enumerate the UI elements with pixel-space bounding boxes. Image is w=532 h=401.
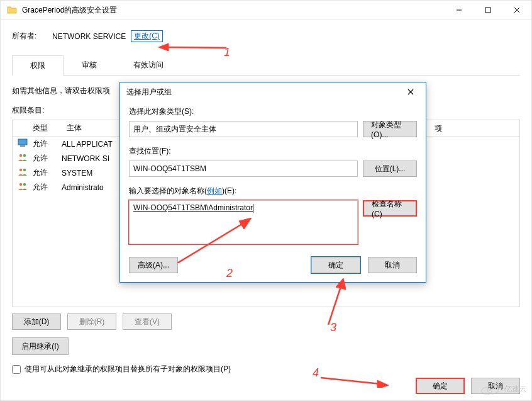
svg-point-8 <box>19 169 22 171</box>
examples-link[interactable]: 例如 <box>207 186 222 195</box>
tab-audit[interactable]: 审核 <box>64 55 115 75</box>
svg-line-16 <box>177 223 244 263</box>
dialog-titlebar: 选择用户或组 <box>120 82 426 101</box>
annotation-4: 4 <box>313 366 319 380</box>
titlebar: GracePeriod的高级安全设置 <box>1 1 531 20</box>
owner-label: 所有者: <box>12 31 52 42</box>
annotation-2: 2 <box>226 267 233 280</box>
svg-marker-15 <box>158 43 169 51</box>
svg-point-7 <box>23 154 26 157</box>
arrow-3 <box>307 278 350 325</box>
watermark-text: 亿速云 <box>504 384 527 395</box>
svg-rect-1 <box>485 8 490 13</box>
svg-point-10 <box>19 183 22 186</box>
dialog-ok-button[interactable]: 确定 <box>311 257 360 273</box>
extra-column-label: 项 <box>435 123 442 134</box>
replace-checkbox-label: 使用可从此对象继承的权限项目替换所有子对象的权限项目(P) <box>25 364 231 375</box>
perm-allow: 允许 <box>33 153 62 164</box>
arrow-1 <box>158 40 226 57</box>
arrow-2 <box>177 218 252 263</box>
perm-allow: 允许 <box>33 182 62 193</box>
people-icon <box>18 167 29 178</box>
svg-point-11 <box>23 183 26 186</box>
tab-strip: 权限 审核 有效访问 <box>12 55 520 76</box>
locations-button[interactable]: 位置(L)... <box>363 161 417 177</box>
maximize-button[interactable] <box>474 1 502 20</box>
window-controls <box>445 1 531 20</box>
dialog-cancel-button[interactable]: 取消 <box>368 257 417 273</box>
people-icon <box>18 182 29 193</box>
check-names-button[interactable]: 检查名称(C) <box>363 200 417 217</box>
close-button[interactable] <box>502 1 531 20</box>
computer-icon <box>18 138 29 149</box>
add-button[interactable]: 添加(D) <box>12 313 61 330</box>
owner-value: NETWORK SERVICE <box>52 32 126 41</box>
replace-checkbox-row: 使用可从此对象继承的权限项目替换所有子对象的权限项目(P) <box>12 364 520 375</box>
annotation-3: 3 <box>330 321 336 334</box>
cloud-icon <box>479 382 501 396</box>
arrow-4 <box>321 373 389 388</box>
dialog-close-button[interactable] <box>399 84 422 99</box>
location-label: 查找位置(F): <box>129 146 417 157</box>
location-field[interactable]: WIN-OOQ54T1TSBM <box>129 161 358 177</box>
svg-line-18 <box>328 285 341 325</box>
perm-allow: 允许 <box>33 167 62 178</box>
dialog-footer: 高级(A)... 确定 取消 <box>129 257 417 273</box>
dialog-body: 选择此对象类型(S): 用户、组或内置安全主体 对象类型(O)... 查找位置(… <box>120 101 426 282</box>
select-user-dialog: 选择用户或组 选择此对象类型(S): 用户、组或内置安全主体 对象类型(O)..… <box>119 82 426 283</box>
enable-inherit-button[interactable]: 启用继承(I) <box>12 337 69 355</box>
text-cursor <box>253 204 253 213</box>
dialog-title: 选择用户或组 <box>126 87 399 98</box>
col-type: 类型 <box>33 123 67 133</box>
object-types-button[interactable]: 对象类型(O)... <box>363 121 417 137</box>
owner-row: 所有者: NETWORK SERVICE 更改(C) <box>12 30 520 42</box>
svg-line-20 <box>321 378 381 384</box>
perm-allow: 允许 <box>33 138 62 149</box>
object-type-field[interactable]: 用户、组或内置安全主体 <box>129 121 358 137</box>
tab-permissions[interactable]: 权限 <box>12 55 64 76</box>
minimize-button[interactable] <box>445 1 474 20</box>
tab-effective[interactable]: 有效访问 <box>115 55 182 75</box>
svg-rect-4 <box>18 139 27 145</box>
svg-marker-21 <box>377 380 389 388</box>
object-names-label: 输入要选择的对象名称(例如)(E): <box>129 186 417 196</box>
action-buttons: 添加(D) 删除(R) 查看(V) <box>12 313 520 330</box>
object-type-label: 选择此对象类型(S): <box>129 106 417 117</box>
svg-point-9 <box>23 169 26 171</box>
svg-marker-19 <box>336 278 346 290</box>
svg-marker-17 <box>239 218 252 229</box>
folder-icon <box>7 5 17 15</box>
advanced-button[interactable]: 高级(A)... <box>129 257 178 273</box>
view-button: 查看(V) <box>123 313 172 330</box>
people-icon <box>18 153 29 164</box>
svg-line-14 <box>167 47 226 48</box>
main-ok-button[interactable]: 确定 <box>416 378 465 394</box>
watermark: 亿速云 <box>479 382 527 396</box>
svg-point-24 <box>494 387 496 390</box>
object-name-text: WIN-OOQ54T1TSBM\Administrator <box>133 203 253 212</box>
window-title: GracePeriod的高级安全设置 <box>22 5 445 16</box>
annotation-1: 1 <box>224 46 230 59</box>
replace-checkbox[interactable] <box>12 365 21 374</box>
svg-rect-5 <box>20 145 25 147</box>
svg-point-6 <box>19 154 22 157</box>
svg-point-23 <box>487 385 499 394</box>
remove-button: 删除(R) <box>67 313 116 330</box>
